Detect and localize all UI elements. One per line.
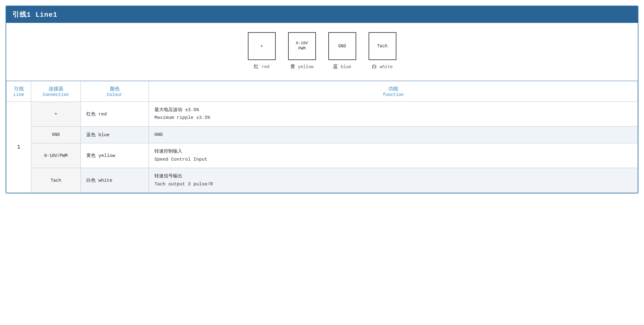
- card-header: 引线1 Line1: [6, 6, 638, 23]
- connector-gnd-label: 蓝 blue: [333, 63, 351, 71]
- table-row: 0-10V/PWM 黄色 yellow 转速控制输入 Speed Control…: [6, 143, 638, 168]
- connector-pwm-box: 0-10VPWM: [288, 32, 316, 60]
- data-table: 引线 Line 连接器 Connection 颜色 Colour 功能 func…: [6, 81, 638, 193]
- header-title: 引线1 Line1: [12, 11, 57, 19]
- func-cn-row2: 转速控制输入: [154, 148, 632, 156]
- func-en-row3: Tach output 3 pulse/R: [154, 180, 632, 188]
- func-cn-row0: 最大电压波动 ±3.5%: [154, 106, 632, 114]
- color-label-red: 红色 red: [86, 112, 107, 117]
- color-label-white: 白色 white: [86, 178, 112, 183]
- col-conn-en: Connection: [37, 92, 75, 97]
- connector-plus: + 红 red: [248, 32, 276, 71]
- table-row: Tach 白色 white 转速信号输出 Tach output 3 pulse…: [6, 168, 638, 193]
- color-cell-red: 红色 red: [81, 102, 149, 126]
- connector-gnd-symbol: GND: [338, 43, 346, 49]
- table-row: GND 蓝色 blue GND: [6, 126, 638, 143]
- func-cn-row3: 转速信号输出: [154, 172, 632, 180]
- connector-tach: Tach 白 white: [369, 32, 396, 71]
- connector-tach-box: Tach: [369, 32, 396, 60]
- col-color-cn: 颜色: [86, 86, 143, 92]
- conn-cell-tach: Tach: [31, 168, 81, 193]
- func-cell-row1: GND: [149, 126, 638, 143]
- col-header-color: 颜色 Colour: [81, 81, 149, 102]
- func-cell-row3: 转速信号输出 Tach output 3 pulse/R: [149, 168, 638, 193]
- col-conn-cn: 连接器: [37, 86, 75, 92]
- connector-plus-label: 红 red: [254, 63, 269, 71]
- col-header-func: 功能 function: [149, 81, 638, 102]
- conn-cell-pwm: 0-10V/PWM: [31, 143, 81, 168]
- connector-gnd-en: blue: [341, 64, 351, 69]
- page-container: 引线1 Line1 + 红 red 0-10VPWM: [0, 0, 644, 325]
- col-func-en: function: [154, 92, 632, 97]
- conn-label-tach: Tach: [51, 178, 61, 183]
- connector-pwm-cn: 黄: [290, 64, 295, 70]
- connector-pwm-en: yellow: [298, 64, 313, 69]
- col-color-en: Colour: [86, 92, 143, 97]
- connector-plus-symbol: +: [260, 43, 263, 49]
- color-label-blue: 蓝色 blue: [86, 132, 110, 138]
- connector-pwm-symbol: 0-10VPWM: [296, 41, 308, 51]
- func-cell-row0: 最大电压波动 ±3.5% Maximum ripple ±3.5%: [149, 102, 638, 126]
- color-cell-yellow: 黄色 yellow: [81, 143, 149, 168]
- diagram-row: + 红 red 0-10VPWM 黄 yellow: [6, 23, 638, 81]
- connector-plus-en: red: [261, 64, 269, 69]
- main-card: 引线1 Line1 + 红 red 0-10VPWM: [6, 6, 638, 193]
- connector-gnd: GND 蓝 blue: [328, 32, 356, 71]
- line-number-cell: 1: [6, 102, 31, 193]
- func-cell-row2: 转速控制输入 Speed Control Input: [149, 143, 638, 168]
- conn-label-gnd: GND: [52, 132, 60, 137]
- conn-cell-plus: +: [31, 102, 81, 126]
- connector-gnd-cn: 蓝: [333, 64, 338, 70]
- connector-plus-cn: 红: [254, 64, 259, 70]
- col-line-en: Line: [12, 92, 25, 97]
- color-cell-white: 白色 white: [81, 168, 149, 193]
- connector-tach-symbol: Tach: [377, 43, 388, 49]
- line-number: 1: [17, 144, 20, 150]
- func-en-row2: Speed Control Input: [154, 156, 632, 164]
- connector-tach-label: 白 white: [372, 63, 393, 71]
- conn-label-pwm: 0-10V/PWM: [44, 153, 68, 158]
- color-cell-blue: 蓝色 blue: [81, 126, 149, 143]
- col-line-cn: 引线: [12, 86, 25, 92]
- func-en-row0: Maximum ripple ±3.5%: [154, 114, 632, 122]
- col-func-cn: 功能: [154, 86, 632, 92]
- col-header-line: 引线 Line: [6, 81, 31, 102]
- color-label-yellow: 黄色 yellow: [86, 153, 115, 158]
- connector-pwm-label: 黄 yellow: [290, 63, 313, 71]
- connector-tach-cn: 白: [372, 64, 377, 70]
- col-header-conn: 连接器 Connection: [31, 81, 81, 102]
- connector-tach-en: white: [380, 64, 393, 69]
- connector-pwm: 0-10VPWM 黄 yellow: [288, 32, 316, 71]
- conn-label-plus: +: [54, 111, 57, 116]
- func-cn-row1: GND: [154, 131, 632, 139]
- connector-gnd-box: GND: [328, 32, 356, 60]
- table-header-row: 引线 Line 连接器 Connection 颜色 Colour 功能 func…: [6, 81, 638, 102]
- connector-plus-box: +: [248, 32, 276, 60]
- conn-cell-gnd: GND: [31, 126, 81, 143]
- table-row: 1 + 红色 red 最大电压波动 ±3.5% Maximum ripple ±…: [6, 102, 638, 126]
